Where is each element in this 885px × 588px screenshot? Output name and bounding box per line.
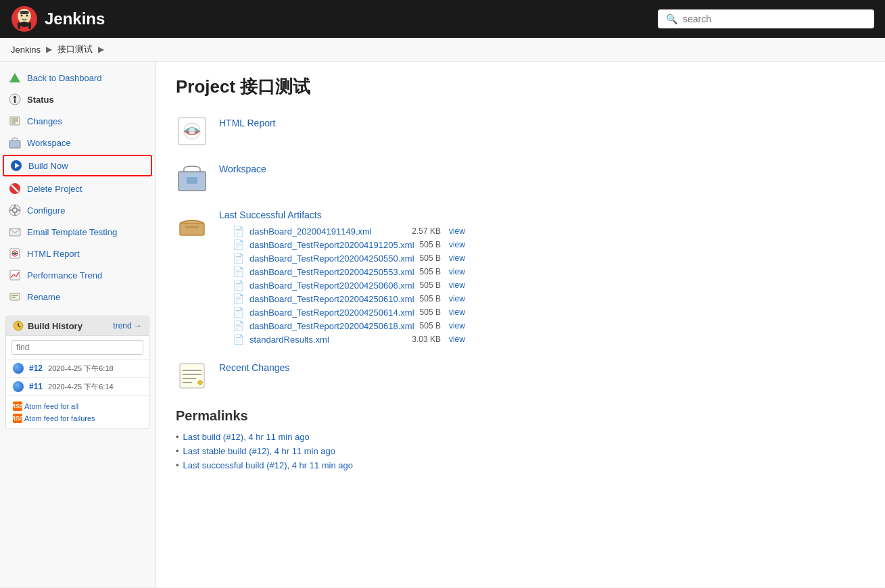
build-history-title: Build History — [13, 320, 82, 331]
workspace-icon — [8, 136, 22, 149]
artifact-size-7: 505 B — [420, 321, 444, 330]
artifact-size-8: 3.03 KB — [412, 335, 444, 344]
artifact-link-7[interactable]: dashBoard_TestReport202004250618.xml — [249, 321, 414, 331]
artifacts-content: Last Successful Artifacts 📄 dashBoard_20… — [219, 207, 465, 346]
artifact-link-2[interactable]: dashBoard_TestReport202004250550.xml — [249, 253, 414, 264]
sidebar-item-build-now[interactable]: Build Now — [3, 155, 152, 176]
sidebar-item-workspace[interactable]: Workspace — [0, 132, 155, 153]
breadcrumb: Jenkins ▶ 接口测试 ▶ — [0, 38, 885, 62]
artifacts-header-link[interactable]: Last Successful Artifacts — [219, 210, 465, 220]
svg-rect-18 — [9, 141, 20, 148]
svg-rect-28 — [18, 210, 20, 211]
artifacts-item-icon — [176, 207, 208, 239]
permalink-item-2: • Last successful build (#12), 4 hr 11 m… — [176, 460, 865, 470]
artifact-row-8: 📄 standardResults.xml 3.03 KB view — [233, 333, 465, 346]
build-link-12[interactable]: #12 — [29, 364, 43, 373]
artifact-row-0: 📄 dashBoard_202004191149.xml 2.57 KB vie… — [233, 224, 465, 238]
artifact-row-5: 📄 dashBoard_TestReport202004250610.xml 5… — [233, 292, 465, 305]
search-icon: 🔍 — [666, 14, 677, 24]
artifact-link-3[interactable]: dashBoard_TestReport202004250553.xml — [249, 267, 414, 277]
artifact-view-8[interactable]: view — [449, 335, 465, 344]
artifact-link-1[interactable]: dashBoard_TestReport202004191205.xml — [249, 240, 414, 250]
email-icon — [8, 225, 22, 239]
artifact-link-0[interactable]: dashBoard_202004191149.xml — [249, 226, 372, 237]
project-item-workspace: Workspace — [176, 161, 865, 193]
artifact-size-1: 505 B — [420, 240, 444, 249]
build-icon — [9, 159, 23, 172]
artifact-view-7[interactable]: view — [449, 321, 465, 330]
workspace-link[interactable]: Workspace — [219, 164, 266, 174]
permalink-link-0[interactable]: Last build (#12), 4 hr 11 min ago — [183, 432, 310, 442]
artifact-link-5[interactable]: dashBoard_TestReport202004250610.xml — [249, 294, 414, 304]
sidebar-item-html-report[interactable]: HTML Report — [0, 243, 155, 264]
build-history: Build History trend → #12 2020-4-25 下午6:… — [5, 316, 149, 429]
artifact-view-1[interactable]: view — [449, 240, 465, 249]
breadcrumb-sep-2: ▶ — [98, 45, 104, 54]
trend-link[interactable]: trend → — [113, 321, 142, 330]
artifact-row-7: 📄 dashBoard_TestReport202004250618.xml 5… — [233, 319, 465, 333]
performance-icon — [8, 268, 22, 282]
svg-point-23 — [13, 208, 18, 213]
artifact-size-3: 505 B — [420, 267, 444, 276]
html-report-item-icon — [176, 115, 208, 147]
search-input[interactable] — [683, 14, 866, 24]
header-title: Jenkins — [45, 9, 105, 28]
artifact-view-5[interactable]: view — [449, 294, 465, 303]
breadcrumb-jenkins[interactable]: Jenkins — [11, 45, 41, 55]
build-row: #12 2020-4-25 下午6:18 — [6, 360, 149, 378]
find-input[interactable] — [11, 340, 143, 355]
artifact-view-4[interactable]: view — [449, 280, 465, 290]
sidebar-item-changes[interactable]: Changes — [0, 110, 155, 132]
search-box-container[interactable]: 🔍 — [658, 9, 874, 28]
layout: Back to Dashboard Status Changes Workspa… — [0, 62, 885, 587]
artifact-row-3: 📄 dashBoard_TestReport202004250553.xml 5… — [233, 265, 465, 278]
sidebar-item-email-template[interactable]: Email Template Testing — [0, 221, 155, 243]
status-icon — [8, 93, 22, 106]
sidebar-item-back-label: Back to Dashboard — [27, 73, 102, 83]
permalink-item-1: • Last stable build (#12), 4 hr 11 min a… — [176, 446, 865, 456]
sidebar-item-email-label: Email Template Testing — [27, 227, 117, 237]
artifact-view-6[interactable]: view — [449, 308, 465, 317]
atom-feed-all-label: Atom feed for all — [24, 402, 78, 410]
artifact-view-0[interactable]: view — [449, 226, 465, 236]
svg-marker-10 — [9, 73, 20, 82]
artifact-link-6[interactable]: dashBoard_TestReport202004250614.xml — [249, 308, 414, 318]
atom-feed-all-icon: RSS — [13, 401, 22, 411]
artifact-row-2: 📄 dashBoard_TestReport202004250550.xml 5… — [233, 251, 465, 265]
sidebar-item-build-label: Build Now — [28, 161, 68, 171]
artifact-row-6: 📄 dashBoard_TestReport202004250614.xml 5… — [233, 305, 465, 319]
build-status-ball-12 — [13, 363, 24, 374]
html-report-link[interactable]: HTML Report — [219, 118, 276, 128]
artifact-size-2: 505 B — [420, 253, 444, 263]
artifact-view-3[interactable]: view — [449, 267, 465, 276]
sidebar-item-status[interactable]: Status — [0, 89, 155, 110]
sidebar-item-status-label: Status — [27, 95, 54, 105]
sidebar-item-rename[interactable]: Rename — [0, 286, 155, 308]
permalink-bullet-0: • — [176, 432, 179, 442]
build-status-ball-11 — [13, 381, 24, 392]
permalink-link-1[interactable]: Last stable build (#12), 4 hr 11 min ago — [183, 446, 335, 456]
sidebar-item-back-to-dashboard[interactable]: Back to Dashboard — [0, 67, 155, 89]
configure-icon — [8, 203, 22, 217]
permalink-link-2[interactable]: Last successful build (#12), 4 hr 11 min… — [183, 460, 353, 470]
svg-rect-13 — [14, 99, 16, 103]
sidebar-item-delete-project[interactable]: Delete Project — [0, 178, 155, 199]
find-input-container — [6, 336, 149, 360]
atom-feed-failures-link[interactable]: RSS Atom feed for failures — [13, 414, 95, 423]
svg-rect-33 — [10, 293, 20, 300]
atom-feed-all-link[interactable]: RSS Atom feed for all — [13, 401, 78, 411]
svg-point-3 — [21, 15, 23, 17]
build-date-12: 2020-4-25 下午6:18 — [48, 364, 114, 374]
artifact-link-8[interactable]: standardResults.xml — [249, 335, 329, 345]
sidebar-item-performance-trend[interactable]: Performance Trend — [0, 264, 155, 286]
artifact-link-4[interactable]: dashBoard_TestReport202004250606.xml — [249, 280, 414, 291]
project-item-recent-changes: Recent Changes — [176, 360, 865, 392]
breadcrumb-project[interactable]: 接口测试 — [57, 43, 93, 55]
svg-rect-6 — [20, 11, 29, 14]
sidebar-item-configure[interactable]: Configure — [0, 199, 155, 221]
artifact-file-icon-4: 📄 — [233, 280, 244, 291]
artifact-view-2[interactable]: view — [449, 253, 465, 263]
recent-changes-link[interactable]: Recent Changes — [219, 362, 289, 373]
artifact-file-icon-0: 📄 — [233, 226, 244, 237]
build-link-11[interactable]: #11 — [29, 382, 43, 391]
